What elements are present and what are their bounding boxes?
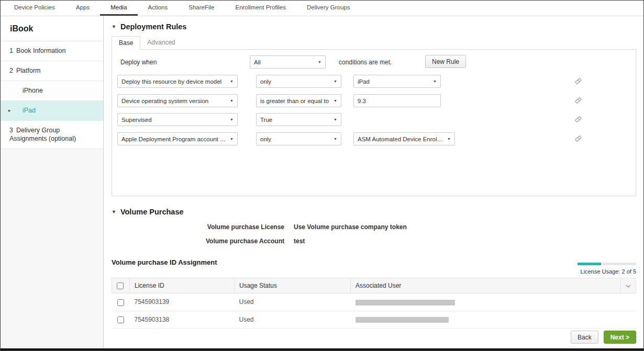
sidebar-step-book-information[interactable]: 1Book Information <box>1 41 103 61</box>
chevron-down-icon: ▼ <box>230 80 234 83</box>
top-navigation: Device Policies Apps Media Actions Share… <box>1 1 643 16</box>
select-value: Supervised <box>121 117 152 123</box>
wizard-footer-actions: Back Next > <box>571 331 636 344</box>
step-label: Platform <box>16 67 41 74</box>
rule-operator-select[interactable]: True ▼ <box>256 113 341 126</box>
table-header-row: License ID Usage Status Associated User <box>112 278 636 293</box>
chevron-down-icon: ▼ <box>230 99 234 103</box>
os-version-input[interactable] <box>353 94 441 107</box>
chevron-down-icon: ▼ <box>334 118 337 121</box>
chevron-down-icon: ▼ <box>230 137 234 141</box>
rule-field-select[interactable]: Deploy this resource by device model ▼ <box>117 75 238 88</box>
app-window: Device Policies Apps Media Actions Share… <box>0 0 644 351</box>
platform-label: iPad <box>23 107 36 114</box>
sidebar-item-iphone[interactable]: iPhone <box>1 81 103 101</box>
associated-user-cell <box>351 293 636 311</box>
nav-tab-sharefile[interactable]: ShareFile <box>178 1 225 16</box>
redacted-user-email <box>356 300 455 305</box>
tab-advanced[interactable]: Advanced <box>140 36 182 49</box>
rule-operator-select[interactable]: only ▼ <box>256 75 341 88</box>
license-usage-indicator: License Usage: 2 of 5 <box>578 263 636 275</box>
row-checkbox[interactable] <box>117 316 124 323</box>
license-assignment-table: License ID Usage Status Associated User … <box>112 278 636 329</box>
column-header-license-id[interactable]: License ID <box>130 278 235 293</box>
chevron-down-icon: ▼ <box>447 137 451 141</box>
chevron-down-icon: ▼ <box>334 99 337 103</box>
nav-tab-actions[interactable]: Actions <box>138 1 179 16</box>
table-row[interactable]: 7545903138 Used <box>112 311 636 328</box>
column-menu-button[interactable] <box>621 278 636 293</box>
sidebar-step-delivery-group-assignments[interactable]: 3Delivery Group Assignments (optional) <box>1 121 103 150</box>
delete-rule-icon[interactable] <box>574 77 582 85</box>
deploy-when-label: Deploy when <box>120 59 157 66</box>
deployment-rules-header[interactable]: ▼ Deployment Rules <box>112 22 636 31</box>
select-value: Apple Deployment Program account name <box>121 136 226 142</box>
main-content: ▼ Deployment Rules Base Advanced Deploy … <box>104 16 643 348</box>
assignment-title: Volume purchase ID Assignment <box>112 258 217 266</box>
rule-field-select[interactable]: Apple Deployment Program account name ▼ <box>117 132 238 145</box>
collapse-caret-icon: ▼ <box>112 209 116 214</box>
chevron-down-icon: ▼ <box>334 137 337 141</box>
sidebar-item-ipad[interactable]: ▸ iPad <box>1 101 103 121</box>
rule-value-select[interactable]: iPad ▼ <box>353 75 441 88</box>
next-button[interactable]: Next > <box>604 331 636 344</box>
tab-base[interactable]: Base <box>112 36 140 50</box>
vp-account-value: test <box>294 237 636 245</box>
selected-marker-icon: ▸ <box>8 107 11 114</box>
step-number: 3 <box>9 127 13 134</box>
nav-tab-enrollment-profiles[interactable]: Enrollment Profiles <box>225 1 296 16</box>
chevron-down-icon: ▼ <box>230 118 234 121</box>
volume-purchase-header[interactable]: ▼ Volume Purchase <box>112 208 636 216</box>
row-select-cell <box>112 293 130 311</box>
select-value: True <box>260 117 272 123</box>
conditions-met-label: conditions are met. <box>339 59 392 66</box>
chevron-down-icon <box>626 285 631 288</box>
volume-purchase-fields: Volume purchase License Use Volume purch… <box>112 223 636 245</box>
vp-license-label: Volume purchase License <box>112 223 284 231</box>
select-value: Device operating system version <box>121 98 208 104</box>
usage-status-cell: Used <box>235 311 351 328</box>
nav-tab-device-policies[interactable]: Device Policies <box>4 1 65 16</box>
redacted-user-email <box>356 317 449 323</box>
step-number: 2 <box>9 67 13 74</box>
rule-operator-select[interactable]: only ▼ <box>256 132 341 145</box>
platform-label: iPhone <box>23 87 43 94</box>
license-id-cell: 7545903139 <box>130 293 235 311</box>
table-row[interactable]: 7545903139 Used <box>112 293 636 311</box>
rule-field-select[interactable]: Device operating system version ▼ <box>117 94 238 107</box>
vp-license-value: Use Volume purchase company token <box>294 223 636 231</box>
column-header-usage-status[interactable]: Usage Status <box>235 278 351 293</box>
delete-rule-icon[interactable] <box>574 97 582 104</box>
vp-account-label: Volume purchase Account <box>112 237 284 245</box>
section-title: Deployment Rules <box>120 22 187 31</box>
nav-tab-apps[interactable]: Apps <box>65 1 100 16</box>
chevron-down-icon: ▼ <box>334 80 337 83</box>
sidebar-step-platform[interactable]: 2Platform <box>1 61 103 81</box>
nav-tab-delivery-groups[interactable]: Delivery Groups <box>296 1 360 16</box>
license-usage-bar <box>578 263 636 265</box>
step-label: Book Information <box>16 47 66 54</box>
select-value: is greater than or equal to <box>260 98 329 104</box>
rule-value-select[interactable]: ASM Automated Device Enrollment ▼ <box>353 132 455 145</box>
select-all-checkbox[interactable] <box>117 282 124 289</box>
license-usage-text: License Usage: 2 of 5 <box>581 268 636 275</box>
delete-rule-icon[interactable] <box>574 135 582 142</box>
rule-field-select[interactable]: Supervised ▼ <box>117 113 238 126</box>
deployment-rules-tabs: Base Advanced <box>112 36 636 49</box>
assignment-header-row: Volume purchase ID Assignment License Us… <box>112 257 636 275</box>
section-title: Volume Purchase <box>120 208 184 216</box>
rule-operator-select[interactable]: is greater than or equal to ▼ <box>256 94 341 107</box>
select-value: Deploy this resource by device model <box>121 78 221 85</box>
license-id-cell: 7545903138 <box>130 311 235 328</box>
back-button[interactable]: Back <box>571 331 598 344</box>
select-value: ASM Automated Device Enrollment <box>358 136 443 142</box>
conditions-match-select[interactable]: All ▼ <box>250 55 326 69</box>
sidebar: iBook 1Book Information 2Platform iPhone… <box>1 16 104 348</box>
nav-tab-media[interactable]: Media <box>100 1 137 16</box>
chevron-down-icon: ▼ <box>318 60 321 64</box>
row-checkbox[interactable] <box>117 299 124 306</box>
new-rule-button[interactable]: New Rule <box>425 55 466 68</box>
delete-rule-icon[interactable] <box>574 116 582 123</box>
column-header-associated-user[interactable]: Associated User <box>351 278 621 293</box>
select-all-cell <box>112 278 130 293</box>
